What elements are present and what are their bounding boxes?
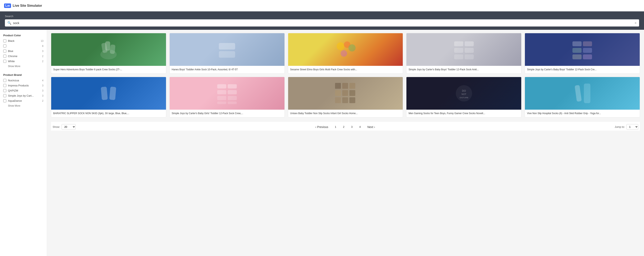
product-card-1[interactable]: Super Hero Adventures Boys Toddler 6 pac…	[51, 33, 166, 74]
main-layout: Product Color Black 13 8 Blue 3 Chrome 2	[0, 30, 644, 256]
svg-rect-35	[335, 90, 341, 96]
color-checkbox-chrome[interactable]	[3, 55, 6, 58]
product-title-4: Simple Joys by Carter's Baby Boys' Toddl…	[408, 68, 519, 71]
brand-label-nucinzua: Nucinzua	[8, 79, 40, 82]
product-title-3: Sesame Street Elmo Boys Girls Multi Pack…	[290, 68, 401, 71]
product-title-5: Simple Joys by Carter's Baby Boys' Toddl…	[527, 68, 638, 71]
svg-rect-26	[217, 90, 226, 94]
svg-rect-15	[464, 54, 474, 59]
svg-rect-46	[584, 84, 590, 103]
product-card-10[interactable]: Vive Non Slip Hospital Socks (6) - Anti …	[525, 77, 640, 117]
color-checkbox-white[interactable]	[3, 60, 6, 63]
product-image-4	[406, 33, 521, 66]
product-card-3[interactable]: Sesame Street Elmo Boys Girls Multi Pack…	[288, 33, 403, 74]
svg-rect-30	[217, 101, 226, 104]
product-image-8	[288, 77, 403, 110]
product-image-9: DO NOT DISTURB	[406, 77, 521, 110]
svg-rect-18	[573, 48, 582, 53]
brand-filter-impresa[interactable]: Impresa Products 3	[3, 84, 44, 87]
brand-filter-qapizm[interactable]: QAPIZM 3	[3, 89, 44, 92]
brand-count-impresa: 3	[42, 84, 44, 87]
color-filter-section: Product Color Black 13 8 Blue 3 Chrome 2	[3, 34, 44, 68]
color-filter-title: Product Color	[3, 34, 44, 37]
show-select[interactable]: 10 20 50	[62, 124, 76, 130]
color-label-white: White	[8, 60, 40, 63]
color-checkbox-black[interactable]	[3, 39, 6, 42]
brand-label-qapizm: QAPIZM	[8, 89, 40, 92]
svg-rect-36	[342, 90, 348, 96]
brand-filter-title: Product Brand	[3, 73, 44, 76]
svg-rect-27	[228, 90, 237, 94]
color-show-more[interactable]: Show More	[3, 65, 44, 68]
product-card-5[interactable]: Simple Joys by Carter's Baby Boys' Toddl…	[525, 33, 640, 74]
product-title-7: Simple Joys by Carter's Baby Girls' Todd…	[172, 112, 282, 115]
next-button[interactable]: Next ›	[365, 124, 377, 130]
product-info-4: Simple Joys by Carter's Baby Boys' Toddl…	[406, 66, 521, 73]
color-checkbox-blue[interactable]	[3, 49, 6, 53]
product-info-3: Sesame Street Elmo Boys Girls Multi Pack…	[288, 66, 403, 73]
color-filter-item-chrome[interactable]: Chrome 2	[3, 55, 44, 58]
product-card-2[interactable]: Hanes Boys' Toddler Ankle Sock 10-Pack, …	[170, 33, 285, 74]
brand-show-more[interactable]: Show More	[3, 104, 44, 107]
chevron-left-icon: ‹	[315, 125, 316, 129]
products-grid: Super Hero Adventures Boys Toddler 6 pac…	[51, 33, 640, 117]
product-info-2: Hanes Boys' Toddler Ankle Sock 10-Pack, …	[170, 66, 284, 73]
brand-checkbox-impresa[interactable]	[3, 84, 6, 87]
svg-rect-24	[217, 84, 226, 88]
color-filter-item-2[interactable]: 8	[3, 44, 44, 47]
page-num-1[interactable]: 1	[332, 124, 338, 130]
search-icon: 🔍	[7, 21, 12, 25]
color-checkbox-2[interactable]	[3, 44, 6, 47]
color-count-black: 13	[41, 39, 44, 42]
brand-filter-nucinzua[interactable]: Nucinzua 4	[3, 79, 44, 82]
previous-button[interactable]: ‹ Previous	[313, 124, 330, 130]
product-image-10	[525, 77, 640, 110]
svg-rect-3	[105, 41, 110, 50]
svg-rect-45	[575, 85, 582, 102]
color-filter-item-blue[interactable]: Blue 3	[3, 49, 44, 53]
logo-badge: Lw	[4, 3, 11, 8]
logo: Lw Live Site Simulator	[4, 3, 42, 8]
product-card-8[interactable]: Unisex Baby Toddler Non Slip Socks Infan…	[288, 77, 403, 117]
app-name: Live Site Simulator	[13, 4, 42, 7]
brand-checkbox-simplejoys[interactable]	[3, 94, 6, 97]
brand-filter-simplejoys[interactable]: Simple Joys by Cart... 3	[3, 94, 44, 97]
brand-filter-section: Product Brand Nucinzua 4 Impresa Product…	[3, 73, 44, 107]
product-title-2: Hanes Boys' Toddler Ankle Sock 10-Pack, …	[172, 68, 282, 71]
page-num-2[interactable]: 2	[341, 124, 346, 130]
header: Lw Live Site Simulator	[0, 0, 644, 11]
color-count-2: 8	[42, 45, 44, 47]
color-count-blue: 3	[42, 50, 44, 53]
product-card-4[interactable]: Simple Joys by Carter's Baby Boys' Toddl…	[406, 33, 522, 74]
svg-rect-20	[573, 54, 582, 59]
jump-to-select[interactable]: 1 2 3 4	[626, 124, 638, 130]
svg-point-6	[337, 42, 344, 50]
brand-filter-aquadance[interactable]: AquaDance 2	[3, 99, 44, 102]
color-label-blue: Blue	[8, 49, 40, 53]
svg-rect-23	[109, 87, 116, 100]
page-num-3[interactable]: 3	[349, 124, 355, 130]
color-filter-item-white[interactable]: White 2	[3, 60, 44, 63]
products-area: Super Hero Adventures Boys Toddler 6 pac…	[47, 30, 644, 256]
product-card-6[interactable]: BARIATRIC SLIPPER SOCK NON SKID (3pk), 3…	[51, 77, 166, 117]
page-num-4[interactable]: 4	[357, 124, 363, 130]
svg-rect-31	[228, 101, 237, 104]
search-clear-icon[interactable]: ×	[634, 21, 637, 25]
svg-point-8	[348, 44, 356, 51]
product-card-9[interactable]: DO NOT DISTURB Men Gaming Socks for Teen…	[406, 77, 522, 117]
search-input[interactable]	[13, 21, 634, 25]
brand-checkbox-qapizm[interactable]	[3, 89, 6, 92]
product-card-7[interactable]: Simple Joys by Carter's Baby Girls' Todd…	[170, 77, 285, 117]
jump-to-label: Jump to:	[615, 125, 625, 128]
brand-count-nucinzua: 4	[42, 79, 44, 82]
brand-checkbox-aquadance[interactable]	[3, 99, 6, 102]
svg-rect-21	[583, 54, 592, 59]
next-label: Next	[367, 125, 373, 129]
color-count-white: 2	[42, 60, 44, 63]
product-image-2	[170, 33, 284, 66]
brand-checkbox-nucinzua[interactable]	[3, 79, 6, 82]
product-info-5: Simple Joys by Carter's Baby Boys' Toddl…	[525, 66, 640, 73]
svg-rect-37	[349, 90, 355, 96]
pagination-controls: ‹ Previous 1 2 3 4 Next ›	[313, 124, 377, 130]
color-filter-item-black[interactable]: Black 13	[3, 39, 44, 42]
